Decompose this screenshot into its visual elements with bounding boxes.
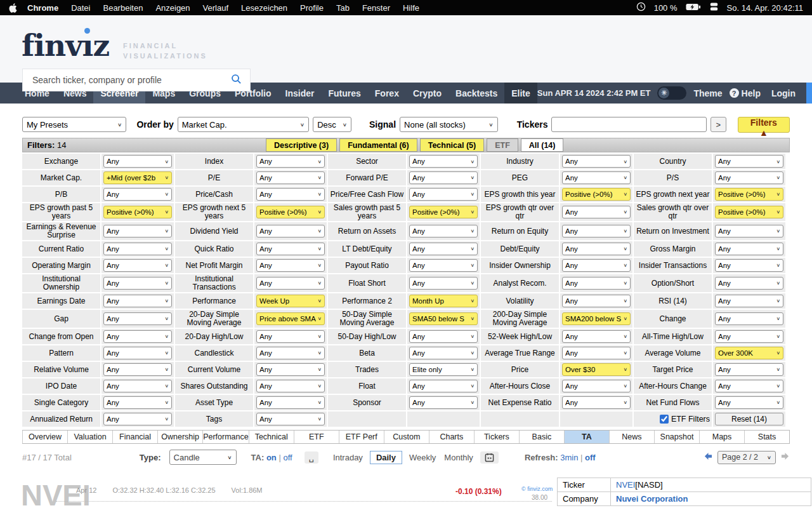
- apple-menu-icon[interactable]: [9, 3, 17, 13]
- filter-select-payout-ratio[interactable]: Any∨: [409, 259, 478, 272]
- filter-select-index[interactable]: Any∨: [256, 155, 325, 168]
- ta-off-link[interactable]: off: [283, 453, 292, 462]
- filter-select-institutional-transactions[interactable]: Any∨: [256, 277, 325, 290]
- tab-snapshot[interactable]: Snapshot: [654, 431, 699, 443]
- filter-select-current-volume[interactable]: Any∨: [256, 363, 325, 376]
- filter-select-return-on-investment[interactable]: Any∨: [715, 225, 783, 237]
- filter-select-current-ratio[interactable]: Any∨: [103, 243, 172, 255]
- filter-select-institutional-ownership[interactable]: Any∨: [103, 277, 172, 290]
- filter-select-performance-2[interactable]: Month Up∨: [409, 295, 478, 307]
- tab-tickers[interactable]: Tickers: [474, 431, 519, 443]
- tab-ta[interactable]: TA: [564, 431, 609, 443]
- filter-select-analyst-recom-[interactable]: Any∨: [562, 277, 631, 290]
- tab-news[interactable]: News: [609, 431, 654, 443]
- filter-select-average-volume[interactable]: Over 300K∨: [715, 347, 783, 359]
- filter-select-change-from-open[interactable]: Any∨: [103, 330, 172, 343]
- filter-select-eps-growth-next-year[interactable]: Positive (>0%)∨: [715, 188, 783, 201]
- search-icon[interactable]: [231, 74, 242, 87]
- page-next-arrow[interactable]: [780, 452, 790, 462]
- filter-select-sales-growth-past-5-years[interactable]: Positive (>0%)∨: [409, 206, 478, 218]
- filter-select-gross-margin[interactable]: Any∨: [715, 243, 783, 255]
- filter-select-target-price[interactable]: Any∨: [715, 363, 783, 376]
- filter-select-50-day-simple-moving-average[interactable]: SMA50 below S∨: [409, 312, 478, 325]
- tab-etf[interactable]: ETF: [294, 431, 339, 443]
- presets-select[interactable]: My Presets∨: [22, 117, 126, 132]
- nav-item-elite[interactable]: Elite: [504, 83, 537, 104]
- filter-select-price-free-cash-flow[interactable]: Any∨: [409, 188, 478, 201]
- filter-select-net-profit-margin[interactable]: Any∨: [256, 259, 325, 272]
- finviz-logo[interactable]: finvız: [22, 30, 109, 60]
- nav-item-backtests[interactable]: Backtests: [449, 83, 504, 104]
- tab-valuation[interactable]: Valuation: [67, 431, 112, 443]
- tab-stats[interactable]: Stats: [744, 431, 789, 443]
- filter-tab-descriptive-3-[interactable]: Descriptive (3): [266, 138, 337, 152]
- filter-select-200-day-simple-moving-average[interactable]: SMA200 below S∨: [562, 312, 631, 325]
- filter-select-net-fund-flows[interactable]: Any∨: [715, 396, 783, 409]
- tickers-input[interactable]: [551, 117, 706, 132]
- filter-select-single-category[interactable]: Any∨: [103, 396, 172, 409]
- help-link[interactable]: ? Help: [730, 88, 761, 98]
- filter-select-tags[interactable]: Any∨: [256, 413, 325, 425]
- filter-select-return-on-equity[interactable]: Any∨: [562, 225, 631, 237]
- filter-select-after-hours-change[interactable]: Any∨: [715, 380, 783, 392]
- calendar-icon[interactable]: [480, 451, 499, 464]
- filter-select-trades[interactable]: Elite only∨: [409, 363, 478, 376]
- filter-select-p-e[interactable]: Any∨: [256, 171, 325, 184]
- menubar-item-lesezeichen[interactable]: Lesezeichen: [235, 3, 294, 13]
- input-source-icon[interactable]: [709, 2, 719, 13]
- menubar-item-verlauf[interactable]: Verlauf: [197, 3, 235, 13]
- filter-select-rsi-14-[interactable]: Any∨: [715, 295, 783, 307]
- tab-charts[interactable]: Charts: [429, 431, 474, 443]
- filter-tab-technical-5-[interactable]: Technical (5): [420, 138, 484, 152]
- menubar-item-bearbeiten[interactable]: Bearbeiten: [96, 3, 149, 13]
- filter-select-sponsor[interactable]: Any∨: [409, 396, 478, 409]
- search-input[interactable]: [31, 74, 231, 86]
- drawings-toggle-button[interactable]: ␣: [304, 451, 318, 464]
- menubar-item-anzeigen[interactable]: Anzeigen: [149, 3, 196, 13]
- login-link[interactable]: Login: [768, 88, 799, 98]
- filter-select-forward-p-e[interactable]: Any∨: [409, 171, 478, 184]
- filter-select-average-true-range[interactable]: Any∨: [562, 347, 631, 359]
- filter-select-quick-ratio[interactable]: Any∨: [256, 243, 325, 255]
- refresh-3min-link[interactable]: 3min: [560, 453, 578, 462]
- filter-select-peg[interactable]: Any∨: [562, 171, 631, 184]
- filter-select-beta[interactable]: Any∨: [409, 347, 478, 359]
- tab-custom[interactable]: Custom: [384, 431, 429, 443]
- filter-select-earnings-revenue-surprise[interactable]: Any∨: [103, 225, 172, 237]
- filter-select-eps-growth-next-5-years[interactable]: Positive (>0%)∨: [256, 206, 325, 218]
- filter-select-float-short[interactable]: Any∨: [409, 277, 478, 290]
- filter-select-volatility[interactable]: Any∨: [562, 295, 631, 307]
- filter-select-insider-ownership[interactable]: Any∨: [562, 259, 631, 272]
- filter-select-50-day-high-low[interactable]: Any∨: [409, 330, 478, 343]
- menubar-item-chrome[interactable]: Chrome: [21, 3, 65, 13]
- filter-select-change[interactable]: Any∨: [715, 312, 783, 325]
- filter-select-after-hours-close[interactable]: Any∨: [562, 380, 631, 392]
- signal-select[interactable]: None (all stocks)∨: [400, 117, 498, 132]
- order-direction-select[interactable]: Desc∨: [313, 117, 351, 132]
- filter-select-operating-margin[interactable]: Any∨: [103, 259, 172, 272]
- filter-select-gap[interactable]: Any∨: [103, 312, 172, 325]
- menubar-clock[interactable]: So. 14. Apr. 20:42:11: [727, 3, 803, 13]
- filter-select-market-cap-[interactable]: +Mid (over $2b∨: [103, 171, 172, 184]
- nav-item-insider[interactable]: Insider: [278, 83, 322, 104]
- filter-tab-etf[interactable]: ETF: [487, 138, 518, 152]
- refresh-off-link[interactable]: off: [585, 453, 596, 462]
- filter-select-lt-debt-equity[interactable]: Any∨: [409, 243, 478, 255]
- nav-item-forex[interactable]: Forex: [368, 83, 406, 104]
- filter-select-return-on-assets[interactable]: Any∨: [409, 225, 478, 237]
- filter-select-candlestick[interactable]: Any∨: [256, 347, 325, 359]
- filter-select-industry[interactable]: Any∨: [562, 155, 631, 168]
- register-button[interactable]: Register: [806, 83, 812, 104]
- filter-select-eps-growth-this-year[interactable]: Positive (>0%)∨: [562, 188, 631, 201]
- menubar-item-profile[interactable]: Profile: [294, 3, 330, 13]
- menubar-item-datei[interactable]: Datei: [65, 3, 96, 13]
- filters-toggle-button[interactable]: Filters ▲: [738, 117, 790, 133]
- tab-basic[interactable]: Basic: [519, 431, 564, 443]
- tab-financial[interactable]: Financial: [112, 431, 157, 443]
- filter-select-country[interactable]: Any∨: [715, 155, 783, 168]
- tab-maps[interactable]: Maps: [699, 431, 744, 443]
- finviz-copyright[interactable]: © finviz.com: [521, 486, 553, 492]
- filter-select-20-day-simple-moving-average[interactable]: Price above SMA∨: [256, 312, 325, 325]
- menubar-item-hilfe[interactable]: Hilfe: [396, 3, 426, 13]
- tab-performance[interactable]: Performance: [202, 431, 249, 443]
